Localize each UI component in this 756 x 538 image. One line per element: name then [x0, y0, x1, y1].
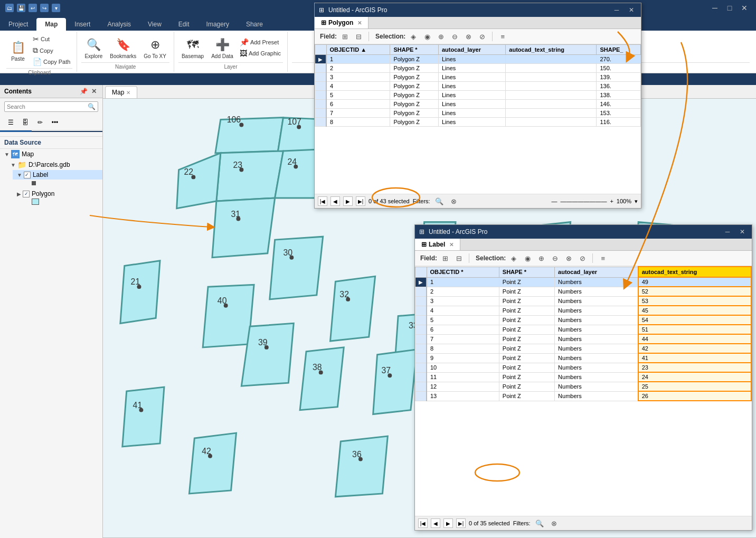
polygon-table-row[interactable]: 4 Polygon Z Lines 136.	[315, 82, 641, 91]
pin-icon[interactable]: 📌	[79, 87, 88, 96]
label-checkbox[interactable]: ✓	[24, 172, 31, 178]
tab-project[interactable]: Project	[0, 18, 36, 31]
paste-button[interactable]: 📋 Paste	[6, 37, 30, 64]
polygon-table-row[interactable]: 3 Polygon Z Lines 139.	[315, 73, 641, 82]
add-graphic-button[interactable]: 🖼 Add Graphic	[238, 48, 283, 59]
minimize-btn[interactable]: ─	[708, 3, 721, 13]
add-preset-button[interactable]: 📌 Add Preset	[238, 37, 283, 48]
label-col-autocad-text[interactable]: autocad_text_string	[638, 267, 751, 277]
tree-item-gdb[interactable]: ▼ 📁 D:\Parcels.gdb	[6, 159, 102, 170]
list-by-data-source[interactable]: 🗄	[19, 116, 32, 129]
polygon-table-row[interactable]: 5 Polygon Z Lines 138.	[315, 91, 641, 100]
label-sel-btn2[interactable]: ◉	[522, 252, 533, 264]
polygon-table-row[interactable]: 2 Polygon Z Lines 150.	[315, 64, 641, 73]
polygon-tab-close[interactable]: ✕	[357, 20, 362, 26]
label-nav-last[interactable]: ▶|	[456, 518, 466, 528]
tree-item-label[interactable]: ▼ ✓ Label	[13, 170, 102, 180]
basemap-button[interactable]: 🗺 Basemap	[178, 34, 207, 61]
polygon-sel-btn6[interactable]: ⊘	[476, 31, 488, 42]
label-sel-btn3[interactable]: ⊕	[535, 252, 547, 264]
polygon-checkbox[interactable]: ✓	[23, 191, 30, 197]
polygon-sel-btn4[interactable]: ⊖	[449, 31, 460, 42]
polygon-nav-last[interactable]: ▶|	[356, 196, 365, 206]
polygon-nav-next[interactable]: ▶	[343, 196, 353, 206]
close-panel-icon[interactable]: ✕	[90, 87, 98, 96]
tab-analysis[interactable]: Analysis	[99, 18, 139, 31]
tab-map[interactable]: Map	[36, 18, 66, 31]
polygon-zoom-dropdown[interactable]: ▾	[635, 198, 638, 205]
label-filter-btn1[interactable]: 🔍	[534, 517, 545, 529]
explore-button[interactable]: 🔍 Explore	[81, 34, 106, 61]
col-shape-area[interactable]: SHAPE_	[597, 45, 641, 55]
polygon-more-btn[interactable]: ≡	[497, 31, 508, 42]
polygon-nav-first[interactable]: |◀	[318, 196, 327, 206]
label-sel-btn4[interactable]: ⊖	[549, 252, 561, 264]
polygon-minimize-btn[interactable]: ─	[611, 5, 622, 15]
label-tab-close[interactable]: ✕	[449, 242, 453, 248]
label-col-shape[interactable]: SHAPE *	[499, 267, 554, 277]
polygon-table-row[interactable]: 7 Polygon Z Lines 153.	[315, 109, 641, 118]
polygon-table-row[interactable]: 8 Polygon Z Lines 116.	[315, 118, 641, 127]
map-tab[interactable]: Map ✕	[105, 86, 137, 98]
search-input[interactable]	[7, 103, 88, 110]
label-table-row[interactable]: 12 Point Z Numbers 25	[415, 382, 752, 391]
label-table-row[interactable]: 2 Point Z Numbers 52	[415, 287, 752, 296]
polygon-table-row[interactable]: ▶ 1 Polygon Z Lines 270.	[315, 55, 641, 64]
copy-path-button[interactable]: 📄 Copy Path	[31, 56, 72, 67]
tab-insert[interactable]: Insert	[66, 18, 99, 31]
tab-view[interactable]: View	[139, 18, 170, 31]
polygon-sel-btn5[interactable]: ⊗	[462, 31, 474, 42]
maximize-btn[interactable]: □	[723, 3, 736, 13]
cut-button[interactable]: ✂ Cut	[31, 34, 72, 44]
label-nav-first[interactable]: |◀	[418, 518, 428, 528]
polygon-nav-prev[interactable]: ◀	[330, 196, 340, 206]
polygon-field-btn1[interactable]: ⊞	[339, 31, 351, 42]
close-btn[interactable]: ✕	[738, 3, 751, 13]
col-autocad-layer[interactable]: autocad_layer	[438, 45, 505, 55]
polygon-table-row[interactable]: 6 Polygon Z Lines 146.	[315, 100, 641, 109]
polygon-sel-btn3[interactable]: ⊕	[435, 31, 447, 42]
label-nav-next[interactable]: ▶	[443, 518, 453, 528]
label-table-row[interactable]: 7 Point Z Numbers 44	[415, 334, 752, 344]
polygon-field-btn2[interactable]: ⊟	[353, 31, 364, 42]
tab-imagery[interactable]: Imagery	[198, 18, 238, 31]
list-by-drawing-order[interactable]: ☰	[4, 116, 17, 129]
label-field-btn1[interactable]: ⊞	[439, 252, 451, 264]
copy-button[interactable]: ⧉ Copy	[31, 45, 72, 56]
col-autocad-text[interactable]: autocad_text_string	[506, 45, 597, 55]
label-nav-prev[interactable]: ◀	[431, 518, 440, 528]
label-table-row[interactable]: 3 Point Z Numbers 53	[415, 296, 752, 306]
label-table-row[interactable]: 8 Point Z Numbers 42	[415, 344, 752, 353]
label-table-row[interactable]: 9 Point Z Numbers 41	[415, 353, 752, 363]
map-tab-close[interactable]: ✕	[126, 90, 130, 96]
polygon-sel-btn1[interactable]: ◈	[408, 31, 419, 42]
label-sel-btn1[interactable]: ◈	[508, 252, 519, 264]
polygon-tab[interactable]: ⊞ Polygon ✕	[315, 17, 368, 29]
label-minimize-btn[interactable]: ─	[722, 227, 733, 237]
label-col-objectid[interactable]: OBJECTID *	[427, 267, 499, 277]
col-shape[interactable]: SHAPE *	[390, 45, 439, 55]
label-filter-btn2[interactable]: ⊗	[549, 517, 560, 529]
label-sel-btn5[interactable]: ⊗	[563, 252, 574, 264]
polygon-close-btn[interactable]: ✕	[626, 5, 637, 15]
label-table-row[interactable]: 4 Point Z Numbers 45	[415, 306, 752, 315]
label-table-row[interactable]: ▶ 1 Point Z Numbers 49	[415, 277, 752, 287]
col-objectid[interactable]: OBJECTID ▲	[326, 45, 390, 55]
tree-item-polygon[interactable]: ▶ ✓ Polygon	[13, 189, 102, 199]
polygon-filter-btn1[interactable]: 🔍	[433, 195, 445, 207]
label-table-row[interactable]: 6 Point Z Numbers 51	[415, 325, 752, 334]
more-options-btn[interactable]: •••	[49, 116, 61, 129]
tab-share[interactable]: Share	[238, 18, 271, 31]
bookmarks-button[interactable]: 🔖 Bookmarks	[107, 34, 139, 61]
label-field-btn2[interactable]: ⊟	[453, 252, 465, 264]
label-table-row[interactable]: 10 Point Z Numbers 23	[415, 363, 752, 372]
label-sel-btn6[interactable]: ⊘	[577, 252, 588, 264]
label-table-row[interactable]: 5 Point Z Numbers 54	[415, 315, 752, 325]
label-tab[interactable]: ⊞ Label ✕	[415, 239, 460, 250]
label-col-autocad-layer[interactable]: autocad_layer	[555, 267, 638, 277]
polygon-filter-btn2[interactable]: ⊗	[448, 195, 460, 207]
label-close-btn[interactable]: ✕	[737, 227, 748, 237]
go-to-xy-button[interactable]: ⊕ Go To XY	[140, 34, 169, 61]
add-data-button[interactable]: ➕ Add Data	[208, 34, 237, 61]
tree-item-map[interactable]: ▼ 🗺 Map	[0, 149, 102, 159]
